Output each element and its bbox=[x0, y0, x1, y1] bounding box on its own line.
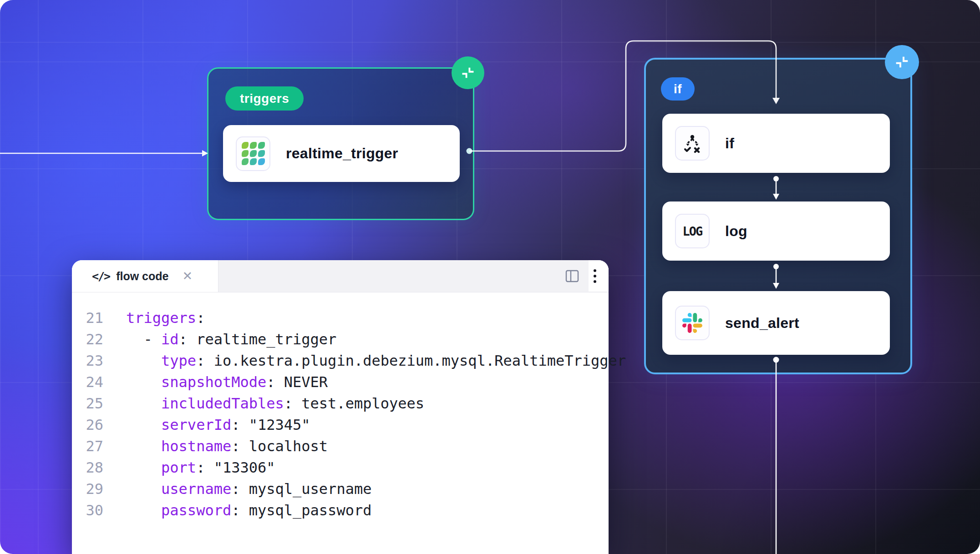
code-editor[interactable]: 21triggers:22 - id: realtime_trigger23 t… bbox=[72, 292, 609, 521]
code-line: 21triggers: bbox=[72, 307, 609, 329]
tab-flow-code[interactable]: </> flow code ✕ bbox=[72, 260, 218, 292]
code-line: 22 - id: realtime_trigger bbox=[72, 329, 609, 350]
code-line: 23 type: io.kestra.plugin.debezium.mysql… bbox=[72, 350, 609, 372]
collapse-icon bbox=[894, 54, 910, 70]
code-line: 28 port: "13306" bbox=[72, 457, 609, 478]
node-label: realtime_trigger bbox=[286, 145, 398, 162]
trigger-group-collapse-button[interactable] bbox=[452, 56, 484, 89]
node-realtime-trigger[interactable]: realtime_trigger bbox=[223, 125, 460, 182]
flow-code-panel: </> flow code ✕ 21triggers:22 - id: real… bbox=[72, 260, 609, 554]
split-view-icon bbox=[565, 269, 579, 283]
slack-icon bbox=[675, 306, 710, 340]
if-group-collapse-button[interactable] bbox=[885, 45, 919, 79]
code-line: 25 includedTables: test.employees bbox=[72, 393, 609, 414]
code-icon: </> bbox=[92, 270, 110, 283]
workflow-canvas: triggers realtime_trigger if bbox=[0, 0, 980, 554]
flow-branch-icon bbox=[675, 126, 710, 161]
panel-tabbar: </> flow code ✕ bbox=[72, 260, 609, 292]
node-send-alert[interactable]: send_alert bbox=[662, 291, 890, 355]
if-group-pill-label: if bbox=[674, 82, 682, 96]
log-icon: LOG bbox=[675, 214, 710, 248]
node-label: send_alert bbox=[725, 315, 799, 332]
collapse-icon bbox=[460, 65, 476, 81]
code-line: 30 password: mysql_password bbox=[72, 500, 609, 521]
log-icon-text: LOG bbox=[683, 224, 702, 238]
kebab-menu-button[interactable] bbox=[587, 268, 603, 284]
code-line: 24 snapshotMode: NEVER bbox=[72, 372, 609, 393]
node-if[interactable]: if bbox=[662, 114, 890, 173]
trigger-group-pill: triggers bbox=[225, 86, 304, 111]
close-icon[interactable]: ✕ bbox=[182, 269, 193, 283]
code-line: 26 serverId: "12345" bbox=[72, 414, 609, 436]
debezium-icon bbox=[236, 136, 270, 171]
tab-label: flow code bbox=[116, 270, 168, 283]
code-lines: 21triggers:22 - id: realtime_trigger23 t… bbox=[72, 307, 609, 521]
node-label: if bbox=[725, 135, 734, 152]
node-label: log bbox=[725, 223, 747, 240]
if-group-pill: if bbox=[661, 77, 695, 101]
code-line: 29 username: mysql_username bbox=[72, 478, 609, 500]
node-log[interactable]: LOG log bbox=[662, 201, 890, 261]
split-view-button[interactable] bbox=[565, 269, 579, 283]
code-line: 27 hostname: localhost bbox=[72, 436, 609, 457]
trigger-group-pill-label: triggers bbox=[240, 91, 289, 106]
